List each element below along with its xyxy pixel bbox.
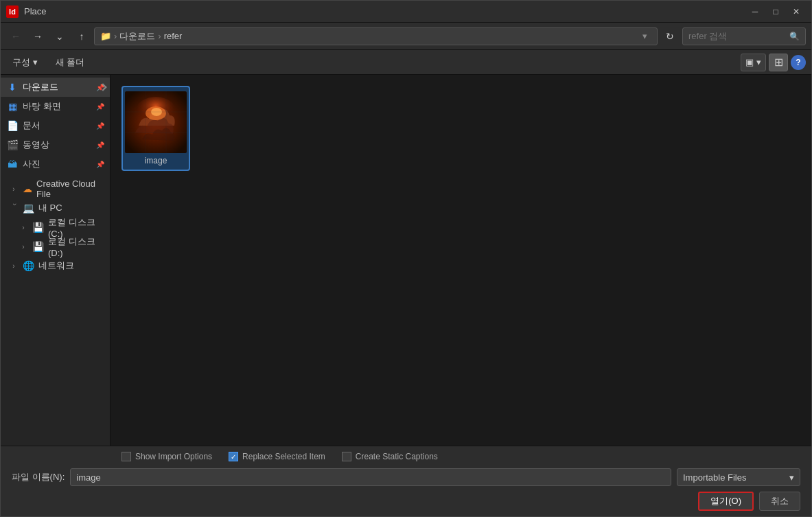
minimize-button[interactable]: ─	[745, 4, 765, 19]
pin-icon-documents: 📌	[96, 122, 104, 130]
network-icon: 🌐	[23, 260, 34, 271]
address-path: 📁 › 다운로드 › refer	[100, 30, 638, 43]
file-type-select[interactable]: Importable Files ▾	[677, 468, 800, 486]
sidebar-item-photos-label: 사진	[23, 158, 40, 170]
bottom-options: Show Import Options Replace Selected Ite…	[12, 452, 800, 461]
new-folder-button[interactable]: 새 폴더	[49, 54, 91, 71]
view-icon-button[interactable]: ⊞	[769, 54, 788, 71]
file-name-input[interactable]	[70, 468, 671, 486]
view-size-button[interactable]: ▣ ▾	[741, 54, 766, 71]
address-bar[interactable]: 📁 › 다운로드 › refer ▾	[94, 27, 658, 45]
organize-button[interactable]: 구성 ▾	[6, 54, 44, 71]
local-d-expand-icon: ›	[19, 242, 28, 251]
create-captions-label: Create Static Captions	[356, 452, 438, 461]
window-title: Place	[24, 6, 745, 16]
option-show-import: Show Import Options	[121, 452, 212, 461]
bottom-bar: Show Import Options Replace Selected Ite…	[1, 446, 811, 516]
sidebar-item-video-label: 동영상	[23, 139, 49, 151]
sidebar-item-download[interactable]: ⬇ 다운로드 📌	[1, 78, 110, 97]
my-pc-icon: 💻	[23, 203, 34, 214]
place-dialog: Id Place ─ □ ✕ ← → ⌄ ↑ 📁 › 다운로드 › refer …	[0, 0, 812, 517]
replace-selected-checkbox[interactable]	[229, 452, 238, 461]
documents-icon: 📄	[6, 119, 19, 132]
view-size-icon: ▣	[745, 57, 754, 67]
file-thumbnail-image	[125, 91, 187, 153]
desktop-icon: ▦	[6, 100, 19, 113]
pin-icon-desktop: 📌	[96, 103, 104, 111]
local-d-icon: 💾	[32, 241, 44, 252]
action-bar: 구성 ▾ 새 폴더 ▣ ▾ ⊞ ?	[1, 50, 811, 75]
path-part1: 다운로드	[119, 30, 155, 43]
open-button[interactable]: 열기(O)	[698, 492, 754, 511]
view-size-chevron: ▾	[756, 57, 761, 67]
video-icon: 🎬	[6, 139, 19, 151]
sidebar-item-my-pc[interactable]: › 💻 내 PC	[1, 198, 110, 218]
nav-toolbar: ← → ⌄ ↑ 📁 › 다운로드 › refer ▾ ↻ 🔍	[1, 23, 811, 50]
pin-icon-download: 📌	[96, 84, 104, 91]
sidebar-item-my-pc-label: 내 PC	[38, 202, 62, 214]
new-folder-label: 새 폴더	[56, 56, 85, 69]
content-area: image	[111, 75, 811, 446]
file-item-image-name: image	[145, 156, 167, 165]
up-button[interactable]: ↑	[72, 27, 91, 45]
forward-button[interactable]: →	[28, 27, 47, 45]
sidebar-item-local-d-label: 로컬 디스크 (D:)	[48, 235, 104, 258]
sidebar-item-local-d[interactable]: › 💾 로컬 디스크 (D:)	[1, 237, 110, 256]
sidebar-item-documents[interactable]: 📄 문서 📌	[1, 116, 110, 135]
option-replace-selected: Replace Selected Item	[229, 452, 325, 461]
local-c-expand-icon: ›	[19, 222, 28, 232]
dropdown-button[interactable]: ⌄	[50, 27, 69, 45]
download-icon: ⬇	[6, 81, 19, 93]
refresh-button[interactable]: ↻	[660, 27, 680, 45]
maximize-button[interactable]: □	[766, 4, 785, 19]
file-name-row: 파일 이름(N): Importable Files ▾	[12, 468, 800, 486]
local-c-icon: 💾	[32, 222, 44, 233]
sidebar-item-download-label: 다운로드	[23, 81, 58, 93]
organize-label: 구성 ▾	[12, 56, 38, 69]
close-button[interactable]: ✕	[787, 4, 806, 19]
sidebar-item-cc-label: Creative Cloud File	[36, 179, 104, 199]
photos-icon: 🏔	[6, 158, 19, 170]
sidebar-item-desktop-label: 바탕 화면	[23, 100, 61, 113]
sidebar-item-creative-cloud[interactable]: › ☁ Creative Cloud File	[1, 179, 110, 198]
back-button[interactable]: ←	[6, 27, 25, 45]
window-controls: ─ □ ✕	[745, 4, 806, 19]
pin-icon-photos: 📌	[96, 161, 104, 168]
address-dropdown-arrow[interactable]: ▾	[638, 28, 651, 45]
path-sep2: ›	[158, 31, 161, 41]
search-input[interactable]	[688, 31, 789, 41]
option-create-captions: Create Static Captions	[342, 452, 438, 461]
cancel-button[interactable]: 취소	[759, 492, 800, 511]
create-captions-checkbox[interactable]	[342, 452, 351, 461]
search-bar: 🔍	[682, 27, 806, 45]
main-area: ⬇ 다운로드 📌 ▦ 바탕 화면 📌 📄 문서 📌 🎬 동영상 📌 🏔	[1, 75, 811, 446]
pin-icon-video: 📌	[96, 141, 104, 149]
help-button[interactable]: ?	[791, 55, 806, 70]
path-part2: refer	[164, 31, 183, 41]
file-grid: image	[121, 86, 800, 171]
search-icon: 🔍	[789, 32, 800, 41]
sidebar: ⬇ 다운로드 📌 ▦ 바탕 화면 📌 📄 문서 📌 🎬 동영상 📌 🏔	[1, 75, 111, 446]
app-icon: Id	[6, 5, 19, 18]
sidebar-item-photos[interactable]: 🏔 사진 📌	[1, 154, 110, 174]
sidebar-item-documents-label: 문서	[23, 119, 40, 132]
file-name-label: 파일 이름(N):	[12, 471, 65, 483]
show-import-checkbox[interactable]	[121, 452, 131, 461]
replace-selected-label: Replace Selected Item	[242, 452, 325, 461]
sidebar-item-network[interactable]: › 🌐 네트워크	[1, 256, 110, 275]
sidebar-item-video[interactable]: 🎬 동영상 📌	[1, 135, 110, 154]
path-root-icon: 📁	[100, 31, 111, 41]
my-pc-expand-icon: ›	[9, 203, 19, 213]
creative-cloud-expand-icon: ›	[9, 184, 19, 194]
bottom-buttons: 열기(O) 취소	[12, 492, 800, 511]
network-expand-icon: ›	[9, 261, 19, 271]
sidebar-item-desktop[interactable]: ▦ 바탕 화면 📌	[1, 97, 110, 116]
file-item-image[interactable]: image	[121, 86, 190, 171]
file-type-chevron: ▾	[789, 472, 794, 483]
view-controls: ▣ ▾ ⊞ ?	[741, 54, 806, 71]
show-import-label: Show Import Options	[135, 452, 212, 461]
file-type-value: Importable Files	[683, 472, 746, 483]
sidebar-item-local-c[interactable]: › 💾 로컬 디스크 (C:)	[1, 218, 110, 237]
title-bar: Id Place ─ □ ✕	[1, 1, 811, 23]
creative-cloud-icon: ☁	[23, 183, 32, 194]
